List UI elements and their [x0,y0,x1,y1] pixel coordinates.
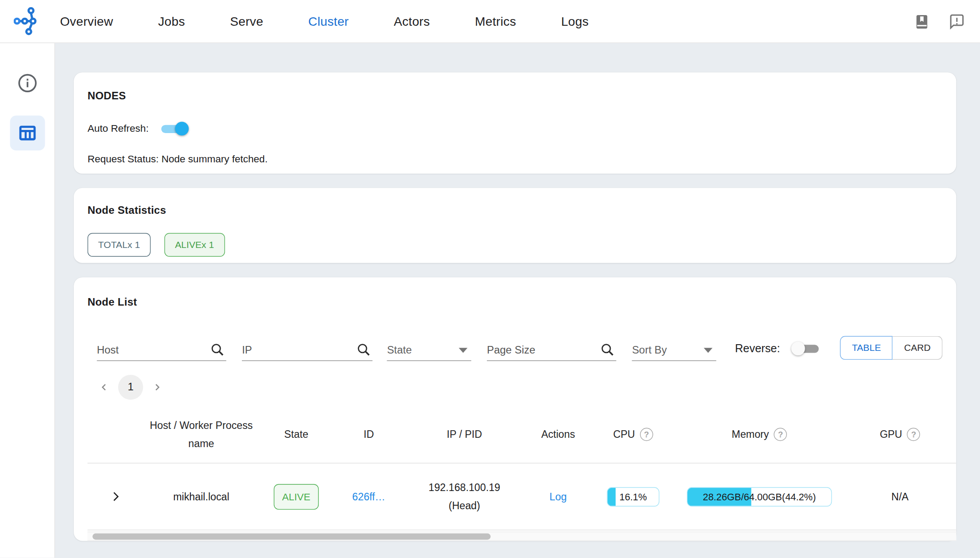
search-icon [600,342,615,358]
page-size-input[interactable] [487,340,616,360]
cpu-usage-bar: 16.1% [607,487,659,507]
host-filter-field [97,340,226,361]
main-content: NODES Auto Refresh: Request Status: Node… [55,43,980,558]
top-navigation: Overview Jobs Serve Cluster Actors Metri… [0,0,980,43]
column-header-memory: Memory? [675,420,844,448]
column-header-host: Host / Worker Process name [144,411,259,457]
chevron-down-icon [704,348,713,353]
gpu-cell: N/A [844,487,956,506]
reverse-label: Reverse: [735,342,780,355]
column-header-state: State [259,420,334,448]
view-card-button[interactable]: CARD [893,336,943,360]
nav-tab-overview[interactable]: Overview [60,14,113,28]
expand-row-button[interactable] [87,490,144,503]
ray-dashboard: Overview Jobs Serve Cluster Actors Metri… [0,0,980,558]
page-size-field [487,340,616,361]
auto-refresh-toggle[interactable] [158,120,190,137]
node-statistics-chips: TOTALx 1 ALIVEx 1 [87,233,942,256]
nav-tab-serve[interactable]: Serve [230,14,263,28]
nav-tab-metrics[interactable]: Metrics [475,14,516,28]
state-filter-select[interactable]: State [387,340,471,361]
chevron-down-icon [459,348,468,353]
alive-status-badge: ALIVE [274,484,318,510]
sort-by-label: Sort By [632,344,667,356]
node-list-card: Node List [74,277,956,541]
state-filter-label: State [387,344,412,356]
memory-usage-bar: 28.26GB/64.00GB(44.2%) [687,487,832,507]
node-statistics-card: Node Statistics TOTALx 1 ALIVEx 1 [74,188,956,263]
scrollbar-thumb[interactable] [92,534,490,540]
state-cell: ALIVE [259,484,334,510]
docs-book-icon[interactable] [914,13,930,30]
request-status-text: Request Status: Node summary fetched. [87,153,942,165]
node-statistics-title: Node Statistics [87,204,942,216]
next-page-button[interactable] [149,379,165,396]
table-row: mikhail.local ALIVE 626ff… 192.168.100.1… [87,464,956,530]
memory-help-icon[interactable]: ? [774,428,787,441]
view-table-button[interactable]: TABLE [840,336,893,360]
left-sidebar [0,43,55,558]
nodes-card-title: NODES [87,90,942,102]
nav-tab-logs[interactable]: Logs [561,14,589,28]
nav-tab-actors[interactable]: Actors [394,14,430,28]
log-link[interactable]: Log [549,491,567,502]
column-header-actions: Actions [525,420,591,448]
total-count-chip: TOTALx 1 [87,233,150,256]
ray-logo-icon[interactable] [14,7,39,35]
host-cell: mikhail.local [144,487,259,506]
horizontal-scrollbar[interactable] [87,531,956,541]
column-header-cpu: CPU? [591,420,675,448]
info-icon [17,73,37,93]
auto-refresh-label: Auto Refresh: [87,123,149,134]
node-table: Host / Worker Process name State ID IP /… [87,406,956,530]
sort-by-select[interactable]: Sort By [632,340,716,361]
ip-filter-input[interactable] [242,340,372,360]
node-list-filters: State Sort By Reverse: [87,334,942,361]
column-header-ip-pid: IP / PID [404,420,525,448]
column-header-gpu: GPU? [844,420,956,448]
node-id-link[interactable]: 626ff… [352,491,386,502]
host-filter-input[interactable] [97,340,226,360]
node-list-title: Node List [87,296,942,308]
page-number-button[interactable]: 1 [118,375,143,400]
sidebar-item-info[interactable] [10,66,45,101]
search-icon [356,342,371,358]
search-icon [210,342,225,358]
reverse-toggle[interactable] [790,340,821,357]
gpu-help-icon[interactable]: ? [907,428,921,441]
column-header-id: ID [334,420,404,448]
view-mode-toggle-group: TABLE CARD [840,336,943,360]
table-header-row: Host / Worker Process name State ID IP /… [87,406,956,464]
feedback-icon[interactable] [949,13,965,30]
nav-tabs: Overview Jobs Serve Cluster Actors Metri… [60,14,589,28]
memory-cell: 28.26GB/64.00GB(44.2%) [675,487,844,507]
expand-column-header [87,429,144,440]
nav-tab-cluster[interactable]: Cluster [308,14,349,28]
nav-tab-jobs[interactable]: Jobs [158,14,185,28]
ip-pid-cell: 192.168.100.19 (Head) [404,479,525,515]
alive-count-chip: ALIVEx 1 [164,233,225,256]
cpu-cell: 16.1% [591,487,675,507]
nodes-card: NODES Auto Refresh: Request Status: Node… [74,72,956,173]
pagination: 1 [96,375,943,400]
cpu-help-icon[interactable]: ? [640,428,653,441]
nav-actions [914,0,965,43]
ip-filter-field [242,340,372,361]
previous-page-button[interactable] [96,379,113,396]
table-icon [17,123,37,143]
sidebar-item-node-table[interactable] [10,116,45,151]
